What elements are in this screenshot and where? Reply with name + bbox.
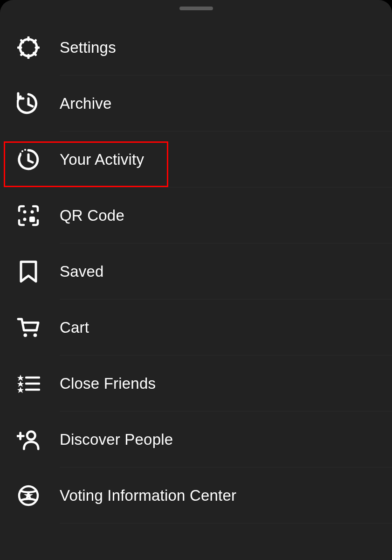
- svg-line-8: [34, 41, 36, 42]
- menu-item-label: Settings: [60, 39, 116, 56]
- svg-line-5: [21, 41, 23, 42]
- svg-point-10: [21, 150, 23, 152]
- svg-point-12: [23, 210, 27, 214]
- svg-point-13: [31, 210, 34, 214]
- svg-marker-20: [17, 381, 24, 387]
- svg-point-11: [24, 149, 26, 151]
- svg-point-24: [27, 432, 35, 440]
- menu-list: Settings Archive: [0, 20, 392, 524]
- discover-people-icon: [17, 428, 40, 451]
- svg-point-14: [23, 218, 27, 221]
- svg-rect-15: [29, 217, 35, 222]
- menu-item-label: QR Code: [60, 207, 124, 224]
- gear-icon: [17, 36, 40, 59]
- qr-code-icon: [17, 204, 40, 227]
- activity-icon: [17, 148, 40, 171]
- svg-marker-22: [17, 387, 24, 393]
- menu-item-archive[interactable]: Archive: [0, 76, 392, 132]
- menu-item-saved[interactable]: Saved: [0, 244, 392, 300]
- cart-icon: [17, 316, 40, 339]
- menu-item-settings[interactable]: Settings: [0, 20, 392, 76]
- svg-point-9: [20, 153, 21, 154]
- svg-marker-18: [17, 375, 24, 381]
- bookmark-icon: [17, 260, 40, 283]
- svg-point-16: [23, 334, 27, 337]
- settings-sheet: Settings Archive: [0, 0, 392, 560]
- menu-item-discover-people[interactable]: Discover People: [0, 412, 392, 468]
- menu-item-label: Your Activity: [60, 151, 144, 168]
- menu-item-cart[interactable]: Cart: [0, 300, 392, 356]
- menu-item-label: Archive: [60, 95, 111, 112]
- menu-item-label: Cart: [60, 319, 89, 336]
- drag-handle[interactable]: [179, 7, 213, 10]
- menu-item-label: Saved: [60, 263, 104, 280]
- menu-item-label: Close Friends: [60, 375, 156, 392]
- close-friends-icon: [17, 372, 40, 395]
- menu-item-your-activity[interactable]: Your Activity: [0, 132, 392, 188]
- menu-item-voting-information-center[interactable]: Voting Information Center: [0, 468, 392, 524]
- archive-icon: [17, 92, 40, 115]
- svg-point-17: [34, 334, 37, 337]
- svg-line-7: [21, 53, 23, 55]
- menu-item-label: Voting Information Center: [60, 487, 236, 504]
- menu-item-close-friends[interactable]: Close Friends: [0, 356, 392, 412]
- voting-icon: [17, 484, 40, 507]
- svg-line-6: [34, 53, 36, 55]
- menu-item-qr-code[interactable]: QR Code: [0, 188, 392, 244]
- menu-item-label: Discover People: [60, 431, 173, 448]
